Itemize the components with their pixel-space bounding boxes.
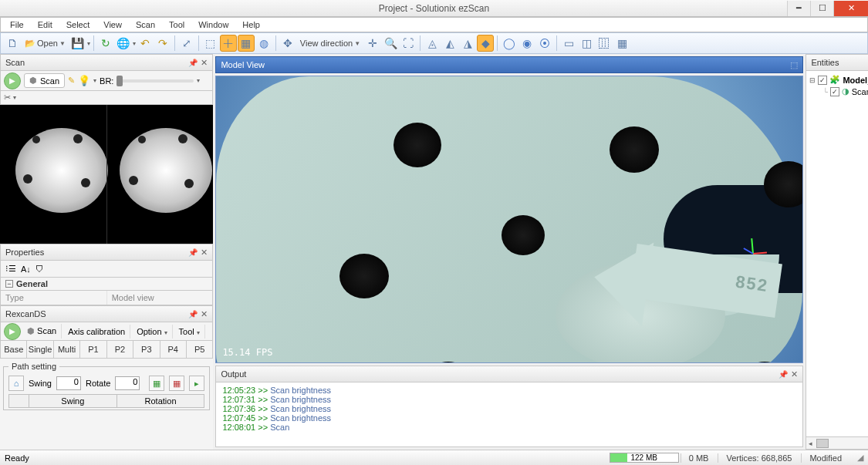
undo-icon[interactable]: ↶: [137, 35, 154, 52]
entities-tree[interactable]: ⊟ ✓ 🧩 Model_140515 └ ✓ ◑ Scan_140515_12: [806, 71, 868, 437]
pin-icon[interactable]: 📌: [188, 248, 198, 257]
log-line: 12:07:45 >> Scan brightness: [222, 413, 796, 423]
surface-orange-icon[interactable]: ▦: [238, 35, 255, 52]
axis-orange-icon[interactable]: 🞡: [220, 35, 237, 52]
brightness-slider[interactable]: [117, 79, 194, 83]
layout-1-icon[interactable]: ▭: [560, 35, 577, 52]
sort-az-icon[interactable]: A↓: [21, 265, 31, 274]
globe-icon[interactable]: 🌐: [115, 35, 132, 52]
circle-b-icon[interactable]: ◉: [518, 35, 535, 52]
status-vertices: Vertices: 668,865: [718, 453, 799, 463]
menu-edit[interactable]: Edit: [32, 19, 59, 31]
close-icon[interactable]: ✕: [201, 58, 208, 68]
rex-tab-base[interactable]: Base: [1, 341, 27, 358]
add-path-icon[interactable]: ▦: [149, 376, 164, 391]
crosshair-icon[interactable]: ✛: [364, 35, 381, 52]
layout-4-icon[interactable]: ▦: [613, 35, 630, 52]
rex-scan-trigger-button[interactable]: ▶: [4, 323, 21, 340]
output-log[interactable]: 12:05:23 >> Scan brightness12:07:31 >> S…: [215, 382, 803, 447]
rex-tab-p1[interactable]: P1: [80, 341, 106, 358]
rex-tool-menu[interactable]: Tool ▾: [174, 325, 205, 339]
window-close-button[interactable]: ✕: [833, 1, 868, 16]
refresh-green-icon[interactable]: ↻: [97, 35, 114, 52]
circle-c-icon[interactable]: ⦿: [536, 35, 553, 52]
close-icon[interactable]: ✕: [791, 369, 798, 379]
checkbox[interactable]: ✓: [830, 87, 839, 96]
mirror-c-icon[interactable]: ◮: [459, 35, 476, 52]
home-icon[interactable]: ⌂: [8, 376, 24, 391]
rex-tab-p3[interactable]: P3: [133, 341, 160, 358]
tree-root-row[interactable]: ⊟ ✓ 🧩 Model_140515: [809, 74, 868, 86]
filter-icon[interactable]: ⛉: [35, 265, 44, 274]
status-modified: Modified: [801, 453, 849, 463]
cube-icon[interactable]: ⬚: [202, 35, 219, 52]
bulb-icon[interactable]: 💡: [78, 75, 90, 86]
rex-tab-multi[interactable]: Multi: [54, 341, 80, 358]
scan-toolbar: ▶ ⬢Scan ✎ 💡▾ BR: ▾: [0, 71, 213, 91]
redo-icon[interactable]: ↷: [154, 35, 171, 52]
zoom-in-icon[interactable]: 🔍: [382, 35, 399, 52]
menu-file[interactable]: File: [4, 19, 30, 31]
rex-option-menu[interactable]: Option ▾: [132, 325, 172, 339]
open-button[interactable]: 📂Open▼: [22, 39, 69, 49]
checkbox[interactable]: ✓: [818, 76, 827, 85]
close-icon[interactable]: ✕: [201, 309, 208, 319]
menu-view[interactable]: View: [97, 19, 128, 31]
view-direction-dropdown[interactable]: View direction▼: [297, 39, 363, 48]
model-view-header[interactable]: Model View ⬚: [215, 56, 803, 73]
model-icon: 🧩: [829, 75, 840, 85]
pin-icon[interactable]: 📌: [778, 370, 788, 379]
window-minimize-button[interactable]: ━: [787, 1, 810, 16]
rex-scan-tool[interactable]: ⬢ Scan: [22, 324, 62, 339]
circle-a-icon[interactable]: ◯: [501, 35, 518, 52]
rexcands-panel-header[interactable]: RexcanDS 📌 ✕: [0, 305, 213, 322]
scan-chip[interactable]: ⬢Scan: [24, 73, 65, 88]
mirror-b-icon[interactable]: ◭: [441, 35, 458, 52]
close-icon[interactable]: ✕: [201, 248, 208, 258]
swing-input[interactable]: 0: [56, 376, 81, 390]
scan-panel-header[interactable]: Scan 📌 ✕: [0, 54, 213, 71]
compass-icon[interactable]: ✥: [279, 35, 296, 52]
new-file-icon[interactable]: 🗋: [4, 35, 21, 52]
apply-path-icon[interactable]: ▸: [189, 376, 204, 391]
layout-2-icon[interactable]: ◫: [578, 35, 595, 52]
rex-tab-p5[interactable]: P5: [187, 341, 212, 358]
window-maximize-button[interactable]: ☐: [810, 1, 833, 16]
fit-icon[interactable]: ⤢: [178, 35, 195, 52]
maximize-view-icon[interactable]: ⬚: [790, 60, 798, 70]
menu-window[interactable]: Window: [192, 19, 235, 31]
pin-icon[interactable]: 📌: [188, 310, 198, 318]
rex-axis-calibration[interactable]: Axis calibration: [63, 325, 130, 339]
layout-3-icon[interactable]: ⿲: [596, 35, 613, 52]
model-view-viewport[interactable]: 852 15.14 FPS: [215, 76, 803, 363]
scissors-icon[interactable]: ✂: [4, 93, 11, 103]
menu-help[interactable]: Help: [236, 19, 266, 31]
menu-select[interactable]: Select: [60, 19, 96, 31]
zoom-fit-icon[interactable]: ⛶: [400, 35, 417, 52]
rex-tab-single[interactable]: Single: [27, 341, 53, 358]
entities-hscroll[interactable]: ◂ ▸: [806, 437, 868, 450]
properties-group-general[interactable]: − General: [0, 278, 213, 291]
output-panel-header[interactable]: Output 📌 ✕: [215, 366, 803, 382]
rotate-input[interactable]: 0: [115, 376, 140, 390]
remove-path-icon[interactable]: ▦: [169, 376, 184, 391]
properties-panel-header[interactable]: Properties 📌 ✕: [0, 244, 213, 261]
categorize-icon[interactable]: ⁝☰: [5, 264, 16, 274]
status-mb: 0 MB: [681, 453, 717, 463]
mirror-a-icon[interactable]: ◬: [424, 35, 441, 52]
properties-toolbar: ⁝☰ A↓ ⛉: [0, 261, 213, 278]
tree-child-row[interactable]: └ ✓ ◑ Scan_140515_12: [809, 86, 868, 97]
sphere-blue-icon[interactable]: ◍: [255, 35, 272, 52]
pin-icon[interactable]: 📌: [188, 59, 198, 67]
entities-panel-header[interactable]: Entities 📌 ✕: [806, 54, 868, 71]
menu-tool[interactable]: Tool: [163, 19, 191, 31]
expander-icon[interactable]: ⊟: [809, 76, 816, 84]
log-line: 12:07:36 >> Scan brightness: [222, 404, 796, 413]
rex-tab-p4[interactable]: P4: [160, 341, 187, 358]
save-icon[interactable]: 💾: [69, 35, 86, 52]
mirror-d-icon[interactable]: ◆: [477, 35, 494, 52]
scan-trigger-button[interactable]: ▶: [4, 72, 21, 89]
wand-icon[interactable]: ✎: [68, 76, 75, 86]
menu-scan[interactable]: Scan: [130, 19, 161, 31]
rex-tab-p2[interactable]: P2: [107, 341, 133, 358]
